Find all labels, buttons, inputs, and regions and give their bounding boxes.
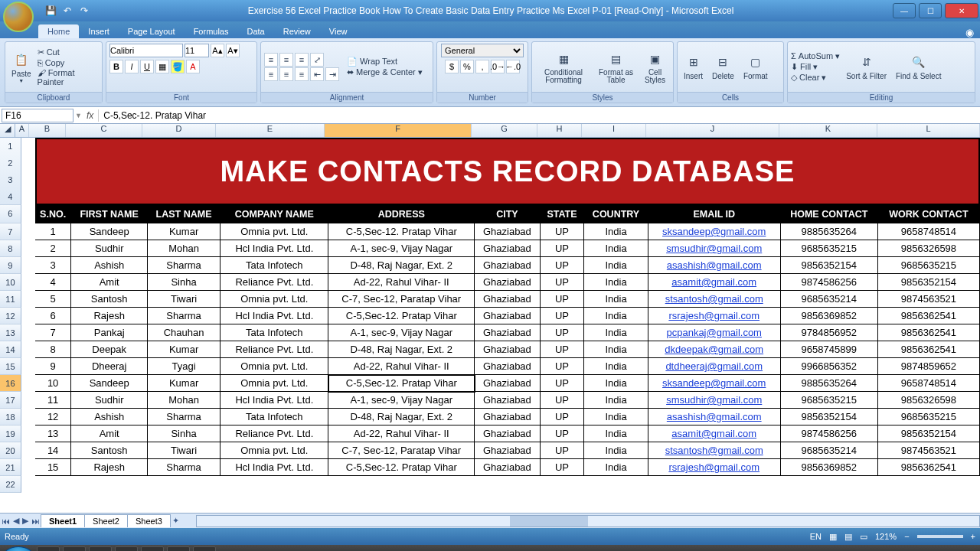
cell-country[interactable]: India: [584, 341, 648, 358]
cell-state[interactable]: UP: [541, 308, 585, 324]
zoom-level[interactable]: 121%: [875, 532, 897, 541]
cell-sno[interactable]: 14: [35, 442, 72, 459]
cell-homecontact[interactable]: 9685635214: [781, 442, 878, 459]
cell-state[interactable]: UP: [541, 392, 585, 409]
grow-font-button[interactable]: A▴: [211, 44, 224, 57]
cell-address[interactable]: C-5,Sec-12. Pratap Vihar: [328, 459, 475, 476]
cell-state[interactable]: UP: [541, 274, 585, 291]
cell-email[interactable]: stsantosh@gmail.com: [648, 442, 781, 459]
cell-company[interactable]: Tata Infotech: [220, 257, 328, 274]
cell-homecontact[interactable]: 9856369852: [781, 308, 878, 324]
copy-button[interactable]: ⎘ Copy: [38, 58, 99, 67]
cell-country[interactable]: India: [584, 240, 648, 257]
row-header-18[interactable]: 18: [0, 409, 21, 425]
cell-email[interactable]: rsrajesh@gmail.com: [648, 459, 781, 476]
fill-button[interactable]: ⬇ Fill ▾: [791, 62, 840, 72]
cell-workcontact[interactable]: 9685635215: [878, 257, 980, 274]
cell-company[interactable]: Omnia pvt. Ltd.: [220, 223, 328, 240]
taskbar-app3-icon[interactable]: ◩: [193, 546, 216, 551]
row-header-13[interactable]: 13: [0, 324, 21, 341]
cell-homecontact[interactable]: 9784856952: [781, 324, 878, 341]
cell-workcontact[interactable]: 9874563521: [878, 291, 980, 308]
cell-city[interactable]: Ghaziabad: [475, 257, 540, 274]
paste-button[interactable]: 📋Paste▼: [8, 50, 34, 85]
cell-workcontact[interactable]: 9856362541: [878, 341, 980, 358]
cell-lastname[interactable]: Tiwari: [148, 291, 220, 308]
fill-color-button[interactable]: 🪣: [171, 60, 185, 73]
cell-country[interactable]: India: [584, 291, 648, 308]
cell-lastname[interactable]: Kumar: [148, 375, 220, 392]
cell-email[interactable]: sksandeep@gmail.com: [648, 223, 781, 240]
cell-firstname[interactable]: Sandeep: [71, 375, 147, 392]
cell-email[interactable]: sksandeep@gmail.com: [648, 375, 781, 392]
cell-state[interactable]: UP: [541, 375, 585, 392]
cell-sno[interactable]: 3: [35, 257, 72, 274]
cell-workcontact[interactable]: 9856352154: [878, 274, 980, 291]
cell-workcontact[interactable]: 9685635215: [878, 409, 980, 425]
cell-country[interactable]: India: [584, 375, 648, 392]
cell-workcontact[interactable]: 9874859652: [878, 358, 980, 375]
font-color-button[interactable]: A: [186, 60, 200, 73]
row-header-11[interactable]: 11: [0, 291, 21, 308]
number-format-select[interactable]: General: [441, 44, 524, 57]
cell-address[interactable]: D-48, Raj Nagar, Ext. 2: [328, 409, 475, 425]
cell-address[interactable]: C-7, Sec-12, Paratap Vihar: [328, 291, 475, 308]
cell-firstname[interactable]: Ashish: [71, 409, 147, 425]
comma-button[interactable]: ,: [475, 60, 489, 73]
cell-country[interactable]: India: [584, 409, 648, 425]
cell-email[interactable]: dkdeepak@gmail.com: [648, 341, 781, 358]
undo-icon[interactable]: ↶: [61, 5, 74, 17]
cell-address[interactable]: Ad-22, Rahul Vihar- II: [328, 425, 475, 442]
sheet-tab-1[interactable]: Sheet1: [41, 514, 85, 527]
tab-review[interactable]: Review: [274, 24, 320, 38]
tab-insert[interactable]: Insert: [79, 24, 119, 38]
cell-state[interactable]: UP: [541, 442, 585, 459]
row-header-19[interactable]: 19: [0, 425, 21, 442]
cell-firstname[interactable]: Pankaj: [71, 324, 147, 341]
find-select-button[interactable]: 🔍Find & Select: [893, 52, 944, 82]
cell-country[interactable]: India: [584, 324, 648, 341]
view-break-icon[interactable]: ▭: [860, 532, 867, 542]
col-header-A[interactable]: A: [15, 124, 29, 137]
start-button[interactable]: [3, 546, 34, 551]
row-header-16[interactable]: 16: [0, 375, 21, 392]
cell-workcontact[interactable]: 9856352154: [878, 425, 980, 442]
align-top-button[interactable]: ≡: [264, 53, 278, 67]
col-header-C[interactable]: C: [66, 124, 142, 137]
row-header-6[interactable]: 6: [0, 205, 21, 223]
wrap-text-button[interactable]: 📄 Wrap Text: [347, 57, 423, 67]
cell-sno[interactable]: 2: [35, 240, 72, 257]
cell-lastname[interactable]: Mohan: [148, 392, 220, 409]
font-name-input[interactable]: [109, 44, 183, 57]
cell-company[interactable]: Hcl India Pvt. Ltd.: [220, 240, 328, 257]
cell-address[interactable]: C-5,Sec-12. Pratap Vihar: [328, 308, 475, 324]
cell-city[interactable]: Ghaziabad: [475, 341, 540, 358]
italic-button[interactable]: I: [125, 60, 139, 73]
cell-lastname[interactable]: Sinha: [148, 425, 220, 442]
cell-country[interactable]: India: [584, 257, 648, 274]
cell-firstname[interactable]: Sudhir: [71, 392, 147, 409]
minimize-button[interactable]: —: [893, 3, 916, 18]
row-header-22[interactable]: 22: [0, 476, 21, 493]
taskbar-app-icon[interactable]: ◧: [115, 546, 138, 551]
cell-homecontact[interactable]: 9685635214: [781, 291, 878, 308]
insert-cells-button[interactable]: ⊞Insert: [681, 52, 706, 82]
cell-country[interactable]: India: [584, 358, 648, 375]
cell-lastname[interactable]: Sharma: [148, 308, 220, 324]
font-size-input[interactable]: [185, 44, 209, 57]
cell-email[interactable]: dtdheeraj@gmail.com: [648, 358, 781, 375]
bold-button[interactable]: B: [109, 60, 123, 73]
decrease-indent-button[interactable]: ⇤: [310, 67, 324, 81]
cell-country[interactable]: India: [584, 308, 648, 324]
office-button[interactable]: [3, 2, 34, 32]
align-right-button[interactable]: ≡: [295, 67, 309, 81]
cell-company[interactable]: Omnia pvt. Ltd.: [220, 358, 328, 375]
cell-workcontact[interactable]: 9856362541: [878, 308, 980, 324]
cell-city[interactable]: Ghaziabad: [475, 308, 540, 324]
cell-city[interactable]: Ghaziabad: [475, 223, 540, 240]
border-button[interactable]: ▦: [155, 60, 169, 73]
cell-sno[interactable]: 15: [35, 459, 72, 476]
align-bottom-button[interactable]: ≡: [295, 53, 309, 67]
cell-country[interactable]: India: [584, 442, 648, 459]
view-layout-icon[interactable]: ▤: [844, 532, 852, 542]
